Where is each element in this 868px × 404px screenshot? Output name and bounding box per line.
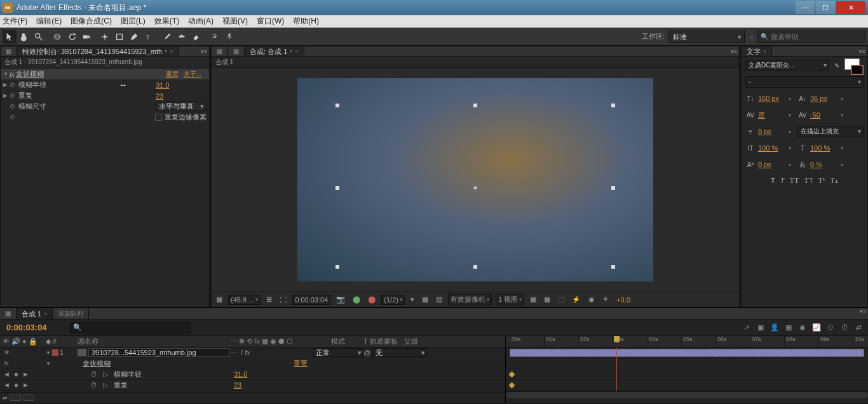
minimize-button[interactable]: ─	[796, 1, 815, 14]
prop-value[interactable]: 23	[234, 381, 241, 389]
tracking-value[interactable]: -50	[810, 111, 838, 119]
selection-tool[interactable]	[3, 30, 17, 44]
transform-handle[interactable]	[611, 104, 615, 107]
vscale-value[interactable]: 100 %	[758, 144, 786, 152]
zoom-scrollbar[interactable]	[506, 391, 868, 398]
fx-edge-checkbox[interactable]	[155, 114, 162, 121]
expression-icon[interactable]: ▷	[103, 370, 108, 379]
toggle-icon[interactable]: ▦	[542, 295, 552, 304]
transform-handle[interactable]	[473, 265, 477, 269]
puppet-tool[interactable]	[222, 30, 236, 44]
baseline-value[interactable]: 0 px	[758, 161, 786, 168]
eyedropper-icon[interactable]: ✎	[832, 62, 842, 69]
anchor-tool[interactable]	[98, 30, 112, 44]
menu-help[interactable]: 帮助(H)	[293, 16, 319, 27]
toggle-icon[interactable]: ▦	[420, 295, 430, 304]
fx-blur-radius-value[interactable]: 31.0	[156, 81, 207, 89]
stopwatch-icon[interactable]: ⏱	[10, 104, 18, 110]
text-tool[interactable]: T	[142, 30, 156, 44]
playhead-line[interactable]	[616, 347, 617, 391]
stopwatch-icon[interactable]: ⏱	[90, 381, 97, 389]
transparency-icon[interactable]: ▨	[434, 295, 444, 304]
effect-controls-tab[interactable]: 特效控制台: 39107284_1411954415923_mth▾×	[17, 46, 179, 56]
stopwatch-icon[interactable]: ⏱	[10, 93, 18, 99]
faux-italic[interactable]: T	[780, 176, 785, 185]
channel-icon[interactable]: ⬤	[351, 295, 362, 304]
camera-dropdown[interactable]: 有效摄像机▾	[448, 293, 492, 306]
font-family-dropdown[interactable]: 文鼎DC黄阳尖...	[745, 60, 829, 71]
fast-preview-icon[interactable]: ⚡	[570, 295, 583, 304]
switch-toggle[interactable]	[23, 394, 34, 401]
roi-icon[interactable]: ⛶	[278, 295, 288, 304]
prop-value[interactable]: 31.0	[234, 370, 247, 378]
flowchart-icon[interactable]: ⚘	[600, 295, 611, 304]
kerning-value[interactable]: 度	[758, 111, 786, 120]
timeline-prop-row[interactable]: ◀◆▶ ⏱ ▷ 模糊半径 31.0	[0, 369, 505, 380]
leading-value[interactable]: 36 px	[810, 95, 838, 102]
timeline-fx-row[interactable]: fx ▼ 盒状模糊 重置	[0, 358, 505, 369]
rect-tool[interactable]	[112, 30, 126, 44]
stopwatch-icon[interactable]: ⏱	[10, 114, 18, 121]
menu-layer[interactable]: 图层(L)	[121, 16, 146, 27]
toggle-switches-button[interactable]: ⇄	[3, 394, 8, 401]
fx-reset-link[interactable]: 重置	[166, 70, 179, 79]
stroke-width-value[interactable]: 0 px	[758, 128, 786, 135]
timeline-search[interactable]: 🔍	[70, 322, 191, 333]
blend-mode-dropdown[interactable]: 正常	[313, 348, 363, 357]
fx-iterations-value[interactable]: 23	[156, 92, 207, 100]
help-search-input[interactable]	[771, 33, 862, 41]
timeline-icon[interactable]: ◉	[587, 295, 597, 304]
resolution-dropdown[interactable]: (1/2)▾	[381, 295, 405, 305]
label-icon[interactable]: ◆	[46, 337, 51, 345]
transform-handle[interactable]	[473, 104, 477, 107]
current-time[interactable]: 0:00:03:04	[292, 295, 330, 305]
lock-icon[interactable]: 🔒	[29, 337, 37, 346]
keyframe-icon[interactable]	[509, 382, 515, 389]
comp-canvas[interactable]: ✦	[297, 78, 653, 281]
menu-file[interactable]: 文件(F)	[3, 16, 27, 27]
transform-handle[interactable]	[336, 104, 339, 107]
orbit-tool[interactable]	[50, 30, 64, 44]
timeline-search-input[interactable]	[82, 324, 187, 331]
draft3d-icon[interactable]: ▣	[755, 323, 766, 332]
layer-tab-icon[interactable]: ▦	[212, 46, 228, 56]
fx-reset-link[interactable]: 重置	[294, 359, 308, 368]
layer-duration-bar[interactable]	[510, 349, 864, 357]
switch-toggle[interactable]	[10, 394, 21, 401]
stroke-color-swatch[interactable]	[851, 65, 864, 75]
fx-effect-header[interactable]: ▼fx 盒状模糊 重置 关于...	[1, 69, 209, 79]
menu-animation[interactable]: 动画(A)	[188, 16, 214, 27]
shy-icon[interactable]: 👤	[769, 323, 780, 332]
subscript[interactable]: T₁	[831, 176, 838, 185]
grid-icon[interactable]: ▦	[214, 295, 224, 304]
hscale-value[interactable]: 100 %	[810, 144, 838, 152]
font-style-dropdown[interactable]: -	[745, 76, 864, 88]
zoom-tool[interactable]	[32, 30, 46, 44]
pixel-aspect-icon[interactable]: ⬚	[556, 295, 566, 304]
fx-dimensions-dropdown[interactable]: 水平与垂直	[156, 102, 207, 111]
composition-tab[interactable]: 合成: 合成 1▾×	[245, 46, 304, 56]
rotate-tool[interactable]	[65, 30, 79, 44]
transform-handle[interactable]	[611, 186, 615, 190]
project-tab-icon[interactable]: ▦	[1, 46, 17, 56]
composition-viewer[interactable]: ✦	[212, 68, 739, 292]
timeline-prop-row[interactable]: ◀◆▶ ⏱ ▷ 重复 23	[0, 380, 505, 391]
workspace-dropdown[interactable]: 标准	[668, 30, 745, 43]
graph-editor-icon[interactable]: 📈	[811, 323, 822, 332]
menu-window[interactable]: 窗口(W)	[257, 16, 284, 27]
toggle-switches-icon[interactable]: ⇄	[853, 323, 864, 332]
font-size-value[interactable]: 160 px	[758, 95, 786, 102]
transform-handle[interactable]	[336, 186, 339, 190]
anchor-icon[interactable]: ✦	[471, 184, 479, 192]
stopwatch-icon[interactable]: ⏱	[90, 370, 97, 378]
comp-mini-icon[interactable]: ➚	[741, 323, 752, 332]
menu-edit[interactable]: 编辑(E)	[36, 16, 62, 27]
keyframe-icon[interactable]	[509, 372, 515, 378]
roto-tool[interactable]	[208, 30, 222, 44]
superscript[interactable]: T¹	[818, 176, 825, 185]
solo-icon[interactable]: ●	[22, 337, 27, 346]
stroke-option-dropdown[interactable]: 在描边上填充	[797, 126, 864, 137]
auto-keyframe-icon[interactable]: ⏱	[839, 323, 850, 332]
panel-menu-icon[interactable]: ▾≡	[199, 48, 209, 55]
camera-tool[interactable]	[79, 30, 93, 44]
